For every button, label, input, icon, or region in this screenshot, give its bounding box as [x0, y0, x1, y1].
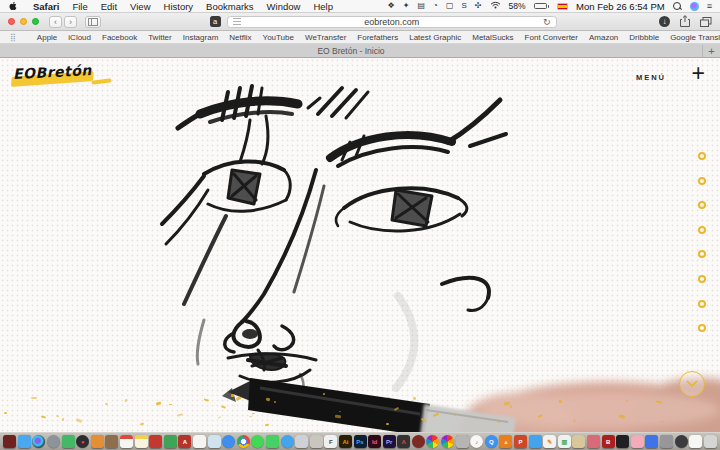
bookmark-metalsucks[interactable]: MetalSucks: [472, 33, 513, 42]
menu-item-safari[interactable]: Safari: [33, 1, 59, 12]
bookmark-latest-graphic[interactable]: Latest Graphic: [409, 33, 461, 42]
dock-app-photos[interactable]: [62, 435, 75, 448]
new-tab-button[interactable]: +: [702, 45, 720, 57]
address-bar[interactable]: eobreton.com ↻: [227, 16, 557, 28]
dock-app-color-picker[interactable]: [441, 435, 454, 448]
dock-app-firefox[interactable]: [412, 435, 425, 448]
input-language-flag-icon[interactable]: [557, 3, 568, 10]
bookmark-facebook[interactable]: Facebook: [102, 33, 137, 42]
scroll-down-button[interactable]: [679, 371, 705, 397]
tab-overview-button[interactable]: [700, 13, 712, 31]
section-nav-dot[interactable]: [698, 226, 706, 234]
dock-app-sketch[interactable]: [310, 435, 323, 448]
bookmark-amazon[interactable]: Amazon: [589, 33, 618, 42]
dock-app-trash[interactable]: [704, 435, 717, 448]
dock-app-photoshop[interactable]: Ps: [354, 435, 367, 448]
apple-menu-icon[interactable]: [8, 0, 18, 12]
dock-app-chrome[interactable]: [237, 435, 250, 448]
dock-app-edge-app[interactable]: [3, 435, 16, 448]
site-plus-button[interactable]: +: [692, 62, 705, 85]
downloads-button[interactable]: ↓: [659, 16, 670, 27]
bookmark-instagram[interactable]: Instagram: [183, 33, 219, 42]
dock-app-bluetooth[interactable]: [645, 435, 658, 448]
notification-center-icon[interactable]: ≡: [707, 2, 712, 11]
dock-app-keynote[interactable]: [529, 435, 542, 448]
fan-icon[interactable]: ✣: [475, 2, 482, 10]
back-button[interactable]: ‹: [49, 16, 62, 28]
dock-app-font-book[interactable]: F: [324, 435, 337, 448]
dock-app-colorsync[interactable]: [426, 435, 439, 448]
dock-app-adobe-reader[interactable]: A: [178, 435, 191, 448]
menu-item-history[interactable]: History: [164, 1, 194, 12]
wifi-icon[interactable]: [490, 1, 501, 11]
section-nav-dot[interactable]: [698, 152, 706, 160]
dock-app-screen-sharing[interactable]: [587, 435, 600, 448]
clipboard-icon[interactable]: ▤: [417, 2, 425, 10]
siri-icon[interactable]: [690, 2, 699, 11]
url-text[interactable]: eobreton.com: [241, 17, 543, 27]
bookmark-icloud[interactable]: iCloud: [68, 33, 91, 42]
section-nav-dot[interactable]: [698, 275, 706, 283]
skype-icon[interactable]: S: [461, 2, 466, 10]
dock-app-calendar[interactable]: [120, 435, 133, 448]
dropbox-icon[interactable]: ❖: [388, 2, 395, 10]
dock-app-twitter[interactable]: [281, 435, 294, 448]
dock-app-vlc[interactable]: ▲: [499, 435, 512, 448]
menu-item-bookmarks[interactable]: Bookmarks: [206, 1, 254, 12]
bookmark-font-converter[interactable]: Font Converter: [525, 33, 578, 42]
dock-app-contacts[interactable]: [105, 435, 118, 448]
dock-app-notes[interactable]: [135, 435, 148, 448]
dock-app-evernote[interactable]: [164, 435, 177, 448]
bookmark-netflix[interactable]: Netflix: [229, 33, 251, 42]
share-button[interactable]: [680, 13, 690, 31]
reload-icon[interactable]: ↻: [543, 17, 551, 27]
dock-app-powerpoint[interactable]: P: [514, 435, 527, 448]
section-nav-dot[interactable]: [698, 177, 706, 185]
dock-app-film-reel[interactable]: [675, 435, 688, 448]
dock-app-textedit[interactable]: [689, 435, 702, 448]
minimize-window-button[interactable]: [20, 18, 27, 25]
bookmark-grid-icon[interactable]: ⣿: [10, 33, 16, 42]
bookmark-youtube[interactable]: YouTube: [263, 33, 294, 42]
dock-app-bluefish[interactable]: B: [602, 435, 615, 448]
bookmark-wetransfer[interactable]: WeTransfer: [305, 33, 346, 42]
zoom-window-button[interactable]: [32, 18, 39, 25]
menu-item-view[interactable]: View: [130, 1, 150, 12]
dock-app-safari[interactable]: [222, 435, 235, 448]
menu-clock[interactable]: Mon Feb 26 6:54 PM: [576, 1, 665, 12]
dock-app-ibooks[interactable]: [149, 435, 162, 448]
dock-app-files[interactable]: [91, 435, 104, 448]
menu-item-file[interactable]: File: [72, 1, 87, 12]
dock-app-quicktime[interactable]: Q: [485, 435, 498, 448]
dock-app-premiere[interactable]: Pr: [383, 435, 396, 448]
dock-app-indesign[interactable]: Id: [368, 435, 381, 448]
close-window-button[interactable]: [8, 18, 15, 25]
extension-button[interactable]: a: [210, 16, 221, 27]
dock-app-messages[interactable]: [266, 435, 279, 448]
dock-app-acrobat[interactable]: A: [397, 435, 410, 448]
spotlight-icon[interactable]: [673, 2, 682, 11]
dock-app-siri[interactable]: [32, 435, 45, 448]
menu-item-help[interactable]: Help: [313, 1, 333, 12]
bookmark-dribbble[interactable]: Dribbble: [629, 33, 659, 42]
dock-app-illustrator[interactable]: Ai: [339, 435, 352, 448]
video-canvas[interactable]: [0, 58, 720, 432]
dock-app-preview[interactable]: [295, 435, 308, 448]
dock-app-utilities[interactable]: [660, 435, 673, 448]
menu-item-window[interactable]: Window: [267, 1, 301, 12]
site-logo[interactable]: EOBretón: [13, 61, 93, 83]
timer-icon[interactable]: ◔: [433, 2, 438, 10]
site-menu-button[interactable]: MENÚ: [636, 73, 666, 82]
dock-app-activity-monitor[interactable]: ●: [76, 435, 89, 448]
bookmark-google-translate[interactable]: Google Translate: [670, 33, 720, 42]
dock-app-numbers[interactable]: ▥: [558, 435, 571, 448]
dock-app-terminal[interactable]: [616, 435, 629, 448]
dock-app-pages[interactable]: ✎: [543, 435, 556, 448]
dock-app-itunes[interactable]: ♪: [470, 435, 483, 448]
section-nav-dot[interactable]: [698, 300, 706, 308]
bookmark-twitter[interactable]: Twitter: [148, 33, 172, 42]
chat-icon[interactable]: ✦: [403, 2, 410, 10]
dock-app-finder[interactable]: [18, 435, 31, 448]
forward-button[interactable]: ›: [64, 16, 77, 28]
dock-app-document[interactable]: [193, 435, 206, 448]
